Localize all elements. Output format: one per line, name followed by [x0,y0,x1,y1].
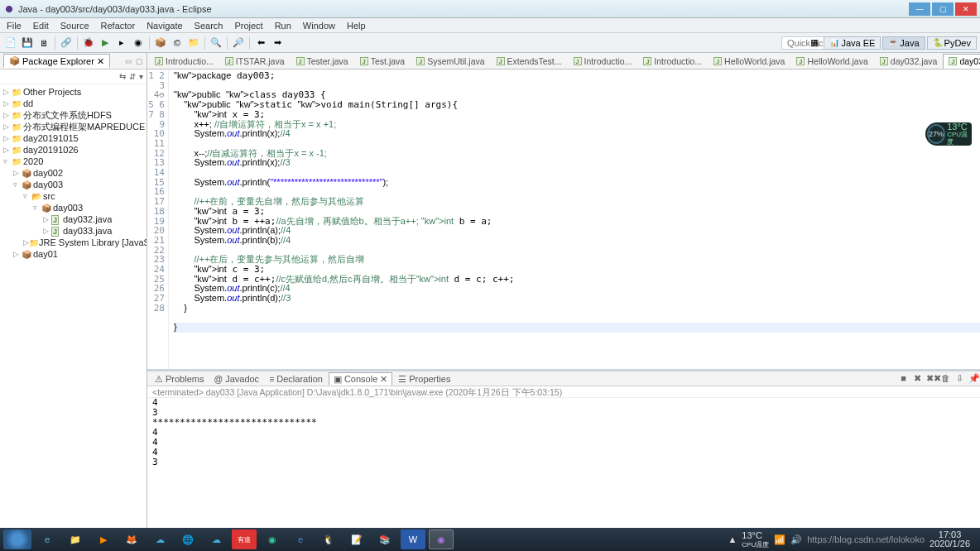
tree-item[interactable]: ▿day003 [0,202,147,213]
save-all-button[interactable]: 🗎 [36,36,51,50]
console-pin-icon[interactable]: 📌 [968,373,980,384]
editor-tab[interactable]: Jday032.java [874,54,944,69]
menu-search[interactable]: Search [190,19,228,32]
editor-tab[interactable]: JTest.java [354,54,411,69]
run-button[interactable]: ▶ [98,36,113,50]
taskbar-firefox[interactable]: 🦊 [119,529,144,549]
coverage-button[interactable]: ◉ [131,36,146,50]
console-removeall-icon[interactable]: ✖✖ [926,373,938,384]
tab-problems[interactable]: ⚠ Problems [151,373,208,385]
tree-item[interactable]: ▿2020 [0,156,147,167]
menu-navigate[interactable]: Navigate [142,19,187,32]
view-min-icon[interactable]: ▭ [125,57,132,65]
tab-declaration[interactable]: ≡ Declaration [265,373,327,385]
taskbar-eclipse[interactable]: ◉ [429,529,454,549]
save-button[interactable]: 💾 [20,36,35,50]
editor-tab[interactable]: JIntroductio... [149,54,219,69]
package-explorer-tab[interactable]: 📦 Package Explorer ✕ [3,54,110,68]
menu-edit[interactable]: Edit [28,19,54,32]
debug-button[interactable]: 🐞 [81,36,96,50]
tree-item[interactable]: ▷day01 [0,248,147,260]
tree-item[interactable]: ▿day003 [0,179,147,190]
console-clear-icon[interactable]: 🗑 [940,373,952,384]
tree-item[interactable]: ▷day033.java [0,225,147,237]
new-folder-button[interactable]: 📁 [186,36,201,50]
tree-item[interactable]: ▷day002 [0,167,147,179]
editor-tab[interactable]: JTester.java [291,54,354,69]
console-remove-icon[interactable]: ✖ [912,373,924,384]
forward-button[interactable]: ➡ [270,36,285,50]
open-type-button[interactable]: 🔍 [209,36,223,50]
link-editor-icon[interactable]: ⇵ [129,72,136,81]
menu-source[interactable]: Source [55,19,94,32]
tree-item[interactable]: ▷day032.java [0,213,147,225]
view-max-icon[interactable]: ▢ [136,57,143,65]
tray-sound-icon[interactable]: 🔊 [790,534,802,545]
perspective-javaee[interactable]: 📊 Java EE [824,36,881,50]
tree-item[interactable]: ▷分布式编程框架MAPREDUCE [0,121,147,132]
console-scroll-icon[interactable]: ⇩ [954,373,966,384]
new-button[interactable]: 📄 [3,36,18,50]
open-perspective-button[interactable]: ▦ [807,36,822,50]
taskbar-qq[interactable]: 🐧 [316,529,341,549]
taskbar-notepad[interactable]: 📝 [344,529,369,549]
taskbar-chrome[interactable]: 🌐 [175,529,200,549]
tree-item[interactable]: ▷dd [0,98,147,109]
taskbar-cloud2[interactable]: ☁ [204,529,228,549]
tree-item[interactable]: ▷JRE System Library [JavaSE-1.8] [0,237,147,248]
taskbar-edge[interactable]: e [288,529,313,549]
back-button[interactable]: ⬅ [253,36,268,50]
editor-tab[interactable]: JExtendsTest... [491,54,568,69]
tray-expand-icon[interactable]: ▲ [728,534,737,544]
run-last-button[interactable]: ▸ [114,36,129,50]
tree-item[interactable]: ▷Other Projects [0,86,147,98]
menu-refactor[interactable]: Refactor [96,19,141,32]
menu-help[interactable]: Help [342,19,371,32]
new-pkg-button[interactable]: 📦 [153,36,168,50]
close-button[interactable]: ✕ [955,2,977,16]
tree-item[interactable]: ▿src [0,190,147,202]
taskbar-explorer[interactable]: 📁 [63,529,88,549]
tray-network-icon[interactable]: 📶 [774,534,785,545]
console-terminate-icon[interactable]: ■ [898,373,910,384]
taskbar-winrar[interactable]: 📚 [372,529,397,549]
taskbar-player[interactable]: ▶ [91,529,116,549]
taskbar-ie[interactable]: e [35,529,60,549]
tree-item[interactable]: ▷分布式文件系统HDFS [0,109,147,121]
taskbar-word[interactable]: W [401,529,425,549]
editor-tab[interactable]: JIntroductio... [637,54,708,69]
perspective-pydev[interactable]: 🐍 PyDev [927,36,977,50]
toggle-button[interactable]: 🔗 [59,36,74,50]
editor-tab[interactable]: JITSTAR.java [219,54,291,69]
tab-javadoc[interactable]: @ Javadoc [209,373,263,385]
menu-project[interactable]: Project [229,19,267,32]
taskbar-dict[interactable]: 有道 [232,529,257,549]
taskbar-cloud[interactable]: ☁ [147,529,172,549]
tree-item[interactable]: ▷day20191015 [0,132,147,144]
temperature-widget[interactable]: 27% 13°C CPU温度 [925,122,972,146]
view-menu-icon[interactable]: ▾ [139,72,143,81]
tab-properties[interactable]: ☰ Properties [394,373,454,385]
taskbar-app1[interactable]: ◉ [260,529,285,549]
search-button[interactable]: 🔎 [231,36,246,50]
maximize-button[interactable]: ▢ [932,2,954,16]
start-button[interactable] [3,529,31,549]
editor-tab[interactable]: JIntroductio... [568,54,638,69]
tree-item[interactable]: ▷day20191026 [0,144,147,156]
menu-run[interactable]: Run [270,19,296,32]
editor-tab[interactable]: JHelloWorld.java [790,54,873,69]
project-tree[interactable]: ▷Other Projects▷dd▷分布式文件系统HDFS▷分布式编程框架MA… [0,84,147,533]
windows-taskbar[interactable]: e 📁 ▶ 🦊 ☁ 🌐 ☁ 有道 ◉ e 🐧 📝 📚 W ◉ ▲ 13°C CP… [0,528,980,551]
editor-tab[interactable]: Jday033.java✕ [943,54,980,69]
editor-tab[interactable]: JSysemUtil.java [411,54,490,69]
perspective-java[interactable]: ☕ Java [882,36,925,50]
minimize-button[interactable]: — [909,2,930,16]
code-editor[interactable]: "kw">package day003; "kw">public "kw">cl… [169,69,980,369]
collapse-all-icon[interactable]: ⇆ [119,72,126,81]
console-output[interactable]: 4 3 ****************************** 4 4 4… [147,398,980,533]
new-class-button[interactable]: © [170,36,185,50]
menu-window[interactable]: Window [298,19,340,32]
editor-tab[interactable]: JHelloWorld.java [708,54,790,69]
tab-console[interactable]: ▣ Console ✕ [329,372,392,386]
menu-file[interactable]: File [2,19,26,32]
